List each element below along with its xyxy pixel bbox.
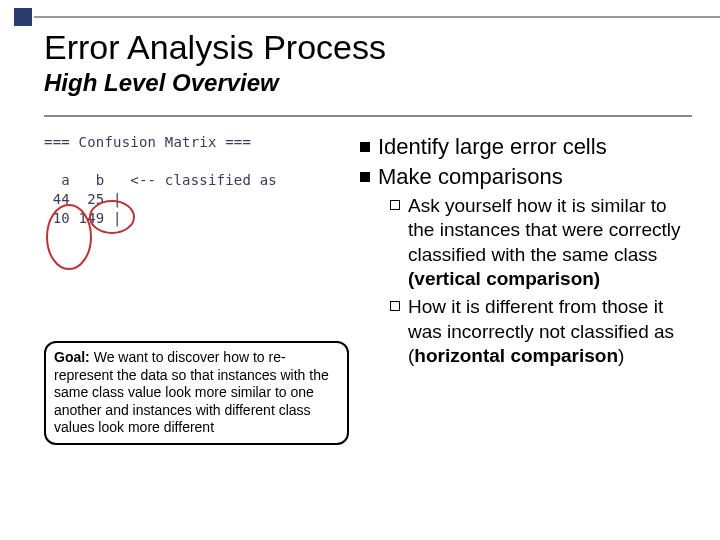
goal-text: We want to discover how to re-represent … <box>54 349 329 435</box>
sub-bullet-text: How it is different from those it was in… <box>408 295 692 368</box>
sub-bullet-list: Ask yourself how it is similar to the in… <box>390 194 692 368</box>
sub-bullet-item: Ask yourself how it is similar to the in… <box>390 194 692 291</box>
content-row: === Confusion Matrix === a b <-- classif… <box>44 133 692 445</box>
goal-label: Goal: <box>54 349 90 365</box>
square-bullet-icon <box>360 142 370 152</box>
goal-box: Goal: We want to discover how to re-repr… <box>44 341 349 445</box>
matrix-text: === Confusion Matrix === a b <-- classif… <box>44 133 277 227</box>
bullet-list: Identify large error cells Make comparis… <box>360 133 692 190</box>
confusion-matrix: === Confusion Matrix === a b <-- classif… <box>44 133 314 293</box>
square-bullet-icon <box>360 172 370 182</box>
bullet-item: Make comparisons <box>360 163 692 191</box>
slide-accent-square <box>14 8 32 26</box>
hollow-bullet-icon <box>390 200 400 210</box>
slide-body: Error Analysis Process High Level Overvi… <box>0 0 720 461</box>
slide-accent-line <box>34 16 720 18</box>
sub-bullet-text: Ask yourself how it is similar to the in… <box>408 194 692 291</box>
right-column: Identify large error cells Make comparis… <box>360 133 692 445</box>
bullet-text: Identify large error cells <box>378 133 607 161</box>
bullet-item: Identify large error cells <box>360 133 692 161</box>
left-column: === Confusion Matrix === a b <-- classif… <box>44 133 354 445</box>
hollow-bullet-icon <box>390 301 400 311</box>
hr-divider <box>44 115 692 117</box>
slide-subtitle: High Level Overview <box>44 69 692 97</box>
slide-title: Error Analysis Process <box>44 28 692 67</box>
bullet-text: Make comparisons <box>378 163 563 191</box>
sub-bullet-item: How it is different from those it was in… <box>390 295 692 368</box>
